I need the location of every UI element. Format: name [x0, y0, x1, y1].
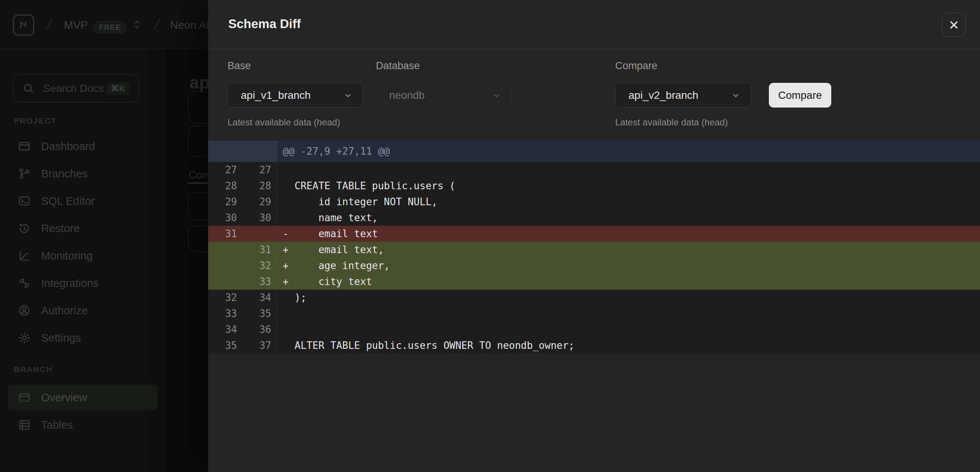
diff-marker: +	[283, 274, 294, 290]
compare-button[interactable]: Compare	[769, 83, 831, 108]
base-branch-select[interactable]: api_v1_branch	[228, 83, 363, 108]
code-text: id integer NOT NULL,	[294, 196, 438, 207]
compare-branch-select[interactable]: api_v2_branch	[615, 83, 751, 108]
modal-title: Schema Diff	[228, 17, 301, 31]
diff-row: 35 37 ALTER TABLE public.users OWNER TO …	[208, 337, 980, 353]
diff-row: 29 29 id integer NOT NULL,	[208, 194, 980, 210]
schema-diff-view: @@ -27,9 +27,11 @@ 27 27 28 28 CREATE TA…	[208, 141, 980, 353]
new-line-number: 35	[242, 306, 277, 322]
code-text: age integer,	[294, 260, 390, 271]
base-label: Base	[228, 60, 251, 72]
new-line-number: 37	[242, 337, 277, 353]
diff-row: 31 - email text	[208, 226, 980, 242]
code-text: city text	[294, 276, 372, 287]
diff-marker: +	[283, 242, 294, 258]
diff-row: 34 36	[208, 322, 980, 337]
diff-row: 32 34 );	[208, 290, 980, 306]
code-text: );	[294, 292, 306, 303]
diff-row: 33 + city text	[208, 274, 980, 290]
diff-row: 33 35	[208, 306, 980, 322]
compare-helper-text: Latest available data (head)	[615, 117, 728, 128]
database-label: Database	[376, 60, 420, 72]
compare-label: Compare	[615, 60, 657, 72]
new-line-number	[242, 226, 277, 242]
code-text: ALTER TABLE public.users OWNER TO neondb…	[294, 340, 574, 351]
new-line-number: 27	[242, 162, 277, 178]
base-branch-value: api_v1_branch	[241, 89, 311, 101]
old-line-number: 29	[208, 194, 242, 210]
new-line-number: 32	[242, 258, 277, 274]
diff-row: 28 28 CREATE TABLE public.users (	[208, 178, 980, 194]
code-text: CREATE TABLE public.users (	[294, 180, 455, 192]
schema-diff-modal: Schema Diff ✕ Base api_v1_branch Latest …	[208, 0, 980, 472]
old-line-number	[208, 242, 242, 258]
old-line-number: 31	[208, 226, 242, 242]
new-line-number: 34	[242, 290, 277, 306]
base-helper-text: Latest available data (head)	[228, 117, 340, 128]
code-text: email text,	[294, 244, 384, 255]
old-line-number: 35	[208, 337, 242, 353]
new-line-number: 28	[242, 178, 277, 194]
diff-marker: +	[283, 258, 294, 274]
new-line-number: 33	[242, 274, 277, 290]
new-line-number: 36	[242, 322, 277, 337]
old-line-number: 27	[208, 162, 242, 178]
diff-row: 30 30 name text,	[208, 210, 980, 226]
diff-row: 31 + email text,	[208, 242, 980, 258]
new-line-number: 31	[242, 242, 277, 258]
old-line-number	[208, 258, 242, 274]
diff-row: 32 + age integer,	[208, 258, 980, 274]
diff-marker: -	[283, 226, 294, 242]
chevron-down-icon	[343, 90, 353, 100]
diff-row: 27 27	[208, 162, 980, 178]
old-line-number: 34	[208, 322, 242, 337]
chevron-down-icon	[492, 90, 501, 100]
chevron-down-icon	[731, 90, 741, 100]
modal-header: Schema Diff ✕	[208, 0, 980, 49]
database-select: neondb	[376, 83, 512, 108]
code-text: email text	[294, 228, 378, 239]
new-line-number: 29	[242, 194, 277, 210]
diff-hunk-header: @@ -27,9 +27,11 @@	[208, 141, 980, 162]
hunk-header-text: @@ -27,9 +27,11 @@	[277, 141, 980, 162]
database-value: neondb	[389, 89, 425, 101]
old-line-number: 32	[208, 290, 242, 306]
compare-branch-value: api_v2_branch	[628, 89, 698, 101]
close-button[interactable]: ✕	[942, 13, 966, 37]
diff-rows: 27 27 28 28 CREATE TABLE public.users ( …	[208, 162, 980, 353]
old-line-number: 33	[208, 306, 242, 322]
new-line-number: 30	[242, 210, 277, 226]
code-text: name text,	[294, 212, 378, 223]
old-line-number: 28	[208, 178, 242, 194]
old-line-number	[208, 274, 242, 290]
old-line-number: 30	[208, 210, 242, 226]
